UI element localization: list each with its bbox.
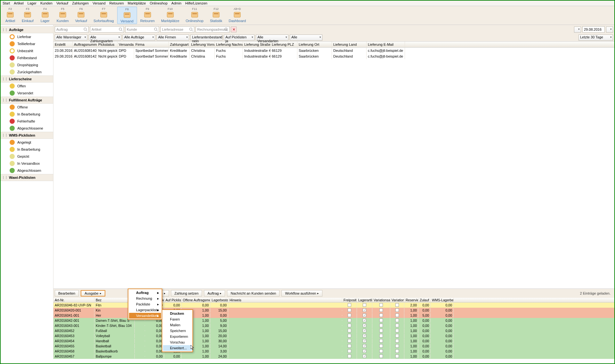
checkbox[interactable] xyxy=(379,303,383,307)
menu-lagerpackliste[interactable]: Lagerpackliste xyxy=(129,307,161,313)
menu-versandetikett[interactable]: Versandetikett xyxy=(129,313,161,319)
search-artikel[interactable]: Artikel xyxy=(90,26,124,33)
col-zahlungsart[interactable]: Zahlungsart xyxy=(169,42,190,47)
checkbox[interactable] xyxy=(395,303,399,307)
article-row[interactable]: AR20160452Fußball0,000,001,0015,001,000,… xyxy=(53,328,614,333)
menu-versand[interactable]: Versand xyxy=(93,1,105,5)
checkbox[interactable] xyxy=(395,324,399,327)
checkbox[interactable] xyxy=(395,339,399,343)
sidebar-group-wms-picklisten[interactable]: WMS-Picklisten xyxy=(1,132,53,139)
checkbox[interactable] xyxy=(395,319,399,322)
nachricht-button[interactable]: Nachricht an Kunden senden xyxy=(227,290,279,297)
ribbon-marktplätze[interactable]: F10Marktplätze xyxy=(158,7,182,24)
checkbox[interactable] xyxy=(395,329,399,332)
menu-kunden[interactable]: Kunden xyxy=(40,1,53,5)
checkbox[interactable] xyxy=(348,319,351,322)
submenu-exportieren[interactable]: Exportieren xyxy=(163,334,192,339)
col-versandart[interactable]: Versandart xyxy=(117,42,134,47)
search-lieferadresse[interactable]: Lieferadresse xyxy=(160,26,194,33)
article-row[interactable]: AR20160454Handball0,000,001,0030,001,000… xyxy=(53,338,614,344)
ribbon-sofortauftrag[interactable]: F7Sofortauftrag xyxy=(90,7,117,24)
order-row[interactable]: 23.08.2016AU201608140Nicht gepicktDPDSpo… xyxy=(53,48,614,53)
search-kunde[interactable]: Kunde xyxy=(125,26,159,33)
checkbox[interactable] xyxy=(379,324,383,327)
filter-1[interactable]: Alle Zahlungsarten xyxy=(89,35,121,41)
ribbon-lager[interactable]: F4Lager xyxy=(37,7,53,24)
sidebar-item-versendet[interactable]: Versendet xyxy=(1,90,53,97)
sidebar-item-fehlerhafte[interactable]: Fehlerhafte xyxy=(1,118,53,125)
filter-4[interactable]: Lieferantenbestand nein xyxy=(190,35,223,41)
sidebar-group-fulfillment aufträge[interactable]: Fulfillment Aufträge xyxy=(1,97,53,104)
checkbox[interactable] xyxy=(363,308,366,312)
menu-verkauf[interactable]: Verkauf xyxy=(56,1,68,5)
workflow-button[interactable]: Workflow ausführen ▸ xyxy=(281,290,322,297)
checkbox[interactable] xyxy=(395,349,399,353)
checkbox[interactable] xyxy=(395,308,399,312)
ribbon-versand[interactable]: F8Versand xyxy=(117,7,137,24)
checkbox[interactable] xyxy=(379,319,383,322)
date-range-select[interactable]: Letzte 30 Tage xyxy=(579,35,613,41)
menu-admin[interactable]: Admin xyxy=(171,1,181,5)
checkbox[interactable] xyxy=(363,313,366,317)
col-lieferung-nachname[interactable]: Lieferung Nachname xyxy=(215,42,243,47)
checkbox[interactable] xyxy=(363,303,366,307)
menu-lager[interactable]: Lager xyxy=(28,1,36,5)
article-row[interactable]: AR20160453Volleyball0,000,001,0020,001,0… xyxy=(53,333,614,338)
ribbon-einkauf[interactable]: F3Einkauf xyxy=(19,7,37,24)
menu-start[interactable]: Start xyxy=(3,1,10,5)
article-row[interactable]: AR20160455Basketball0,000,001,0014,001,0… xyxy=(53,344,614,349)
filter-2[interactable]: Alle Aufträge xyxy=(123,35,155,41)
checkbox[interactable] xyxy=(379,334,383,337)
menu-rechnung[interactable]: Rechnung xyxy=(129,296,161,301)
col-firma[interactable]: Firma xyxy=(134,42,169,47)
sidebar-item-gepickt[interactable]: Gepickt xyxy=(1,153,53,160)
checkbox[interactable] xyxy=(348,303,351,307)
submenu-drucken[interactable]: Drucken xyxy=(163,311,192,316)
sidebar-item-dropshipping[interactable]: Dropshipping xyxy=(1,61,53,68)
checkbox[interactable] xyxy=(379,339,383,343)
checkbox[interactable] xyxy=(379,308,383,312)
bearbeiten-button[interactable]: Bearbeiten xyxy=(55,290,79,297)
sidebar-item-unbezahlt[interactable]: Unbezahlt xyxy=(1,47,53,54)
menu-onlineshop[interactable]: Onlineshop xyxy=(150,1,168,5)
artcol-wms-lagerbestand[interactable]: WMS-Lagerbestand xyxy=(431,298,454,302)
article-row[interactable]: AR2016043-001Kinder-T-Shirt, Blau 1040,0… xyxy=(53,323,614,328)
checkbox[interactable] xyxy=(395,313,399,317)
checkbox[interactable] xyxy=(348,329,351,332)
col-lieferung-ort[interactable]: Lieferung Ort xyxy=(297,42,332,47)
checkbox[interactable] xyxy=(363,349,366,353)
auftrag-button[interactable]: Auftrag ▸ xyxy=(204,290,225,297)
checkbox[interactable] xyxy=(348,334,351,337)
menu-auftrag[interactable]: Auftrag xyxy=(129,290,161,296)
menu-packliste[interactable]: Packliste xyxy=(129,301,161,307)
sidebar-item-in-bearbeitung[interactable]: In Bearbeitung xyxy=(1,111,53,118)
filter-5[interactable]: Auf Picklisten ja xyxy=(224,35,255,41)
order-row[interactable]: 29.08.2016AU201608142Nicht gepicktDPDSpo… xyxy=(53,53,614,59)
ribbon-verkauf[interactable]: F6Verkauf xyxy=(72,7,90,24)
menu-marktplätze[interactable]: Marktplätze xyxy=(128,1,146,5)
sidebar-item-teillieferbar[interactable]: Teillieferbar xyxy=(1,40,53,47)
checkbox[interactable] xyxy=(363,334,366,337)
ribbon-artikel[interactable]: F2Artikel xyxy=(2,7,19,24)
checkbox[interactable] xyxy=(379,354,383,358)
checkbox[interactable] xyxy=(363,329,366,332)
article-row[interactable]: AR20160457Ballpumpe0,000,001,0024,001,00… xyxy=(53,354,614,359)
menu-retouren[interactable]: Retouren xyxy=(109,1,124,5)
submenu-speichern[interactable]: Speichern xyxy=(163,328,192,334)
sidebar-item-fehlbestand[interactable]: Fehlbestand xyxy=(1,54,53,61)
sidebar-item-in-bearbeitung[interactable]: In Bearbeitung xyxy=(1,146,53,153)
ribbon-statistik[interactable]: F12Statistik xyxy=(207,7,226,24)
search-rechnungsadresse[interactable]: Rechnungsadresse xyxy=(196,26,230,33)
checkbox[interactable] xyxy=(379,329,383,332)
artcol-offene-auftragsmenge[interactable]: Offene Auftragsmenge xyxy=(182,298,210,302)
checkbox[interactable] xyxy=(348,349,351,353)
filter-3[interactable]: Alle Firmen xyxy=(157,35,189,41)
col-erstellt[interactable]: Erstellt xyxy=(53,42,73,47)
sidebar-item-abgeschlossene[interactable]: Abgeschlossene xyxy=(1,125,53,132)
zahlung-setzen-button[interactable]: Zahlung setzen xyxy=(171,290,202,297)
artcol-variationsartikel[interactable]: Variationsartikel xyxy=(372,298,390,302)
sidebar-item-lieferbar[interactable]: Lieferbar xyxy=(1,33,53,40)
submenu-vorschau[interactable]: Vorschau xyxy=(163,339,192,345)
filter-7[interactable]: Alle xyxy=(290,35,322,41)
checkbox[interactable] xyxy=(363,319,366,322)
